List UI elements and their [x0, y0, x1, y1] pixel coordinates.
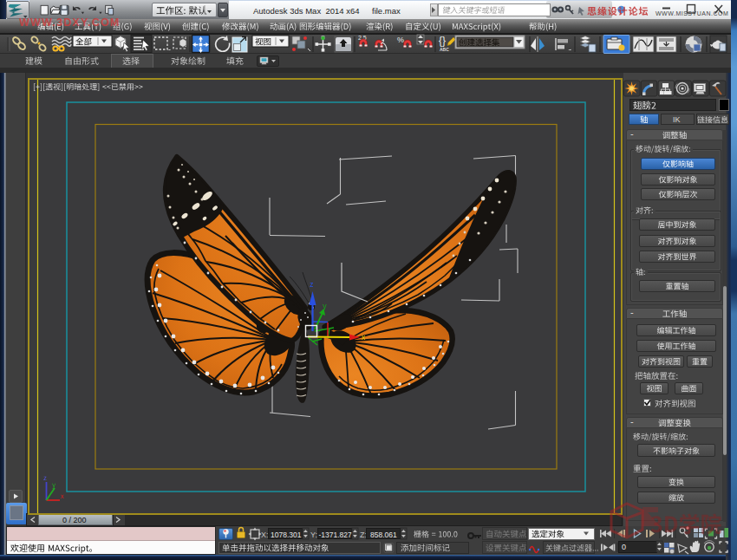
- svg-text:WWW.3DXY.COM: WWW.3DXY.COM: [19, 16, 120, 29]
